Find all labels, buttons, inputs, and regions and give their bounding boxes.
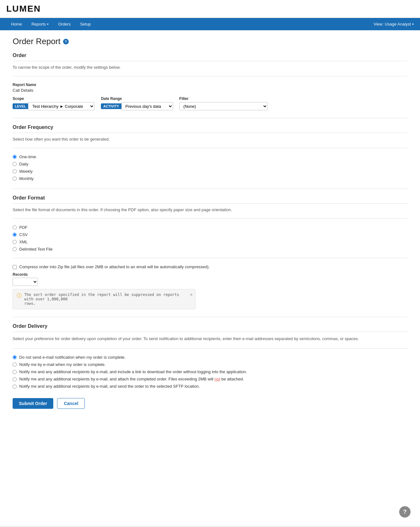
help-bubble[interactable]: ? bbox=[399, 506, 411, 518]
date-range-label: Date Range bbox=[101, 96, 173, 101]
alert-message: The sort order specified in the report w… bbox=[24, 292, 186, 306]
page-help-icon[interactable]: ? bbox=[63, 39, 69, 44]
delivery-no-email-label: Do not send e-mail notification when my … bbox=[19, 355, 125, 360]
frequency-weekly[interactable]: Weekly bbox=[13, 169, 407, 174]
alert-icon: ⓘ bbox=[17, 292, 22, 299]
delivery-notify-attach[interactable]: Notify me and any additional recipients … bbox=[13, 377, 407, 381]
format-pdf-radio[interactable] bbox=[13, 225, 17, 229]
alert-close-icon[interactable]: ✕ bbox=[190, 292, 193, 297]
records-label: Records bbox=[13, 272, 407, 277]
page-title-row: Order Report ? bbox=[13, 37, 407, 46]
frequency-monthly[interactable]: Monthly bbox=[13, 176, 407, 181]
format-section-title: Order Format bbox=[13, 195, 407, 204]
delivery-notify-link[interactable]: Notify me and any additional recipients … bbox=[13, 369, 407, 374]
delivery-no-email[interactable]: Do not send e-mail notification when my … bbox=[13, 355, 407, 360]
frequency-daily-radio[interactable] bbox=[13, 162, 17, 166]
frequency-daily[interactable]: Daily bbox=[13, 162, 407, 166]
scope-control: LEVEL Test Hierarchy ► Corporate bbox=[13, 102, 95, 110]
nav-view[interactable]: View: Usage Analyst ▾ bbox=[374, 22, 414, 26]
frequency-section-desc: Select how often you want this order to … bbox=[13, 137, 407, 142]
frequency-daily-label: Daily bbox=[19, 162, 28, 166]
view-caret-icon: ▾ bbox=[412, 22, 414, 26]
button-row: Submit Order Cancel bbox=[13, 398, 407, 409]
nav-setup[interactable]: Setup bbox=[75, 18, 96, 30]
date-range-group: Date Range ACTIVITY Previous day's data bbox=[101, 96, 173, 110]
records-group: Records bbox=[13, 272, 407, 286]
scope-badge: LEVEL bbox=[13, 103, 28, 109]
compress-checkbox-item[interactable]: Compress order into Zip file (all files … bbox=[13, 264, 407, 269]
delivery-section: Order Delivery Select your preference fo… bbox=[13, 323, 407, 389]
delivery-notify-sftp-label: Notify me and any additional recipients … bbox=[19, 384, 200, 389]
main-content: Order Report ? Order To narrow the scope… bbox=[0, 30, 420, 526]
nav-reports[interactable]: Reports ▾ bbox=[27, 18, 54, 30]
not-text: not bbox=[214, 377, 220, 381]
format-section-desc: Select the file format of documents in t… bbox=[13, 207, 407, 212]
date-range-select[interactable]: Previous day's data bbox=[121, 102, 173, 110]
format-delimited-label: Delimited Text File bbox=[19, 247, 53, 252]
order-section-desc: To narrow the scope of the order, modify… bbox=[13, 65, 407, 70]
activity-badge: ACTIVITY bbox=[101, 103, 121, 109]
submit-order-button[interactable]: Submit Order bbox=[13, 398, 53, 409]
delivery-radio-group: Do not send e-mail notification when my … bbox=[13, 355, 407, 389]
delivery-notify-me[interactable]: Notify me by e-mail when my order is com… bbox=[13, 362, 407, 367]
delivery-notify-link-label: Notify me and any additional recipients … bbox=[19, 369, 247, 374]
format-csv[interactable]: CSV bbox=[13, 232, 407, 237]
nav-orders[interactable]: Orders bbox=[53, 18, 75, 30]
delivery-no-email-radio[interactable] bbox=[13, 355, 17, 359]
order-section-title: Order bbox=[13, 53, 407, 61]
nav-view-label: View: Usage Analyst bbox=[374, 22, 411, 26]
alert-box: ⓘ The sort order specified in the report… bbox=[13, 289, 195, 309]
frequency-monthly-radio[interactable] bbox=[13, 177, 17, 181]
frequency-one-time-label: One-time bbox=[19, 154, 36, 159]
format-pdf-label: PDF bbox=[19, 225, 27, 230]
delivery-notify-me-radio[interactable] bbox=[13, 362, 17, 367]
report-name-value: Call Details bbox=[13, 88, 407, 93]
filter-group: Filter (None) bbox=[179, 96, 268, 110]
nav-home[interactable]: Home bbox=[6, 18, 27, 30]
delivery-notify-me-label: Notify me by e-mail when my order is com… bbox=[19, 362, 106, 367]
filter-label: Filter bbox=[179, 96, 268, 101]
frequency-weekly-label: Weekly bbox=[19, 169, 32, 174]
filter-select[interactable]: (None) bbox=[179, 102, 268, 110]
format-xml-radio[interactable] bbox=[13, 240, 17, 244]
delivery-notify-attach-label: Notify me and any additional recipients … bbox=[19, 377, 244, 381]
delivery-notify-sftp[interactable]: Notify me and any additional recipients … bbox=[13, 384, 407, 389]
report-name-label: Report Name bbox=[13, 83, 407, 87]
delivery-notify-attach-radio[interactable] bbox=[13, 377, 17, 381]
frequency-section: Order Frequency Select how often you wan… bbox=[13, 125, 407, 181]
logo: LUMEN bbox=[6, 4, 414, 14]
header: LUMEN bbox=[0, 0, 420, 18]
scope-select[interactable]: Test Hierarchy ► Corporate bbox=[28, 102, 95, 110]
delivery-notify-sftp-radio[interactable] bbox=[13, 385, 17, 389]
frequency-one-time[interactable]: One-time bbox=[13, 154, 407, 159]
order-section: Order To narrow the scope of the order, … bbox=[13, 53, 407, 110]
page-title: Order Report bbox=[13, 37, 61, 46]
delivery-section-desc: Select your preference for order deliver… bbox=[13, 336, 407, 342]
scope-row: Scope LEVEL Test Hierarchy ► Corporate D… bbox=[13, 96, 407, 110]
format-delimited-radio[interactable] bbox=[13, 247, 17, 251]
delivery-section-title: Order Delivery bbox=[13, 323, 407, 332]
frequency-section-title: Order Frequency bbox=[13, 125, 407, 133]
date-range-control: ACTIVITY Previous day's data bbox=[101, 102, 173, 110]
compress-checkbox[interactable] bbox=[13, 265, 17, 269]
format-delimited[interactable]: Delimited Text File bbox=[13, 247, 407, 252]
cancel-button[interactable]: Cancel bbox=[57, 398, 85, 409]
frequency-monthly-label: Monthly bbox=[19, 176, 34, 181]
scope-label: Scope bbox=[13, 96, 95, 101]
delivery-notify-link-radio[interactable] bbox=[13, 370, 17, 374]
frequency-one-time-radio[interactable] bbox=[13, 155, 17, 159]
format-xml-label: XML bbox=[19, 240, 28, 244]
format-csv-label: CSV bbox=[19, 232, 28, 237]
records-select[interactable] bbox=[13, 278, 38, 286]
reports-caret-icon: ▾ bbox=[47, 22, 49, 26]
format-csv-radio[interactable] bbox=[13, 233, 17, 237]
scope-group: Scope LEVEL Test Hierarchy ► Corporate bbox=[13, 96, 95, 110]
frequency-weekly-radio[interactable] bbox=[13, 169, 17, 173]
nav-left: Home Reports ▾ Orders Setup bbox=[6, 18, 96, 30]
navigation: Home Reports ▾ Orders Setup View: Usage … bbox=[0, 18, 420, 30]
format-section: Order Format Select the file format of d… bbox=[13, 195, 407, 309]
format-radio-group: PDF CSV XML Delimited Text File bbox=[13, 225, 407, 252]
format-pdf[interactable]: PDF bbox=[13, 225, 407, 230]
format-xml[interactable]: XML bbox=[13, 240, 407, 244]
frequency-radio-group: One-time Daily Weekly Monthly bbox=[13, 154, 407, 181]
